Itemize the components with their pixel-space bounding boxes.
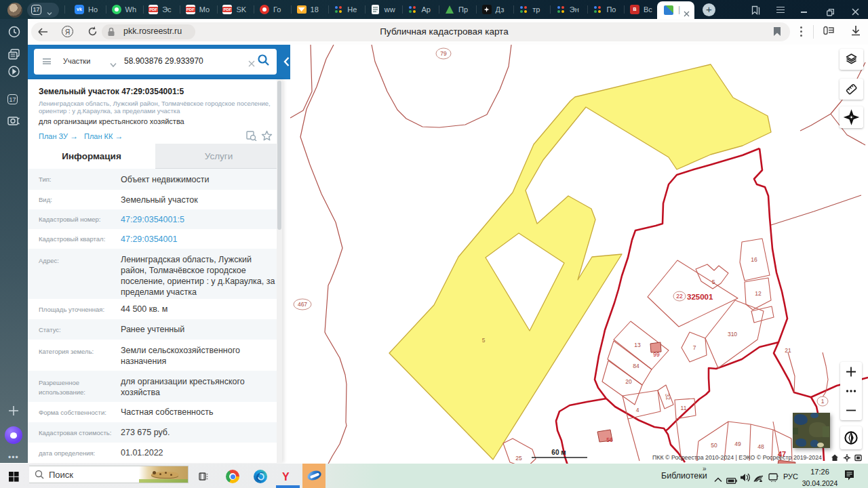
svg-text:79: 79 — [440, 50, 447, 57]
svg-text:13: 13 — [634, 342, 641, 348]
svg-text:22: 22 — [676, 293, 683, 300]
svg-text:84: 84 — [633, 363, 639, 369]
svg-text:467: 467 — [298, 301, 307, 308]
svg-text:1: 1 — [821, 398, 825, 405]
svg-text:11: 11 — [681, 405, 687, 411]
svg-text:7: 7 — [693, 344, 696, 351]
svg-text:325001: 325001 — [687, 293, 713, 301]
svg-text:50: 50 — [711, 442, 717, 449]
svg-text:99: 99 — [653, 351, 660, 358]
svg-text:ПКК © Росреестра 2010-2024 | Е: ПКК © Росреестра 2010-2024 | ЕЭКО © Роср… — [652, 454, 822, 461]
svg-text:310: 310 — [728, 331, 737, 338]
svg-text:12: 12 — [755, 290, 762, 297]
svg-text:56: 56 — [606, 436, 613, 443]
svg-text:49: 49 — [734, 441, 741, 447]
svg-text:20: 20 — [625, 378, 632, 385]
svg-text:4: 4 — [636, 407, 639, 413]
svg-text:25: 25 — [515, 455, 522, 462]
svg-text:5: 5 — [482, 337, 486, 344]
svg-text:16: 16 — [751, 256, 757, 263]
svg-text:5: 5 — [712, 279, 715, 285]
svg-text:60 м: 60 м — [551, 449, 566, 456]
svg-text:21: 21 — [785, 347, 791, 354]
svg-text:48: 48 — [757, 443, 764, 450]
